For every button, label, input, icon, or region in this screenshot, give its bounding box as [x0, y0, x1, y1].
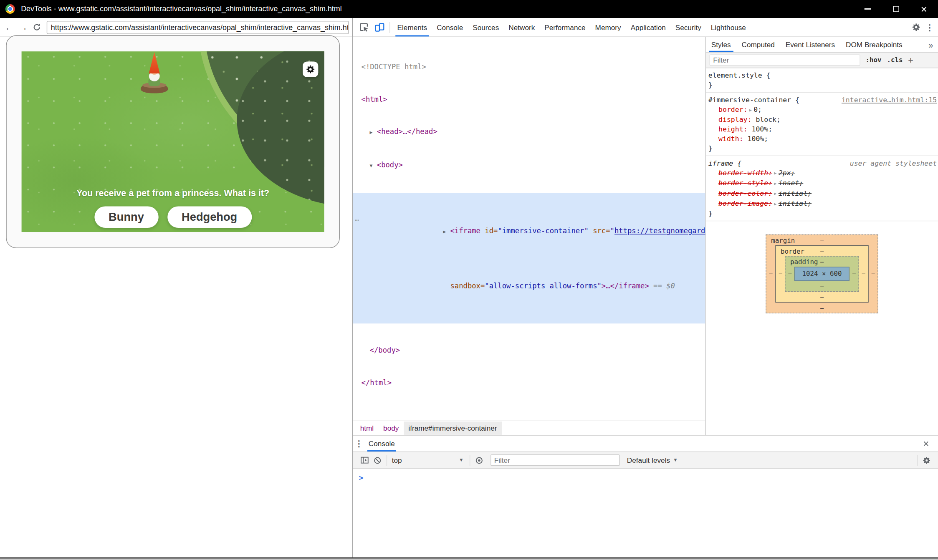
css-property-overridden[interactable]: border-style:▶inset; — [708, 178, 937, 188]
twisty-icon[interactable]: ▼ — [370, 161, 377, 172]
rule-iframe-ua[interactable]: iframe { user agent stylesheet border-wi… — [706, 156, 938, 221]
devtools-toolbar-right: ⋮ — [908, 20, 938, 35]
ua-stylesheet-label: user agent stylesheet — [845, 159, 937, 168]
dom-node-html-close[interactable]: </html> — [353, 377, 705, 388]
url-input[interactable]: https://www.gstatic.com/assistant/intera… — [47, 20, 349, 34]
dom-node-iframe-selected[interactable]: ⋯▶<iframe id="immersive-container" src="… — [353, 193, 705, 323]
css-property[interactable]: display: block; — [708, 115, 937, 124]
tab-styles[interactable]: Styles — [706, 37, 736, 52]
device-toolbar-button[interactable] — [372, 20, 387, 35]
chevron-down-icon: ▼ — [673, 457, 678, 463]
tab-application[interactable]: Application — [626, 18, 670, 36]
tab-sources[interactable]: Sources — [468, 18, 504, 36]
rule-element-style[interactable]: element.style { } — [706, 68, 938, 93]
cls-toggle[interactable]: .cls — [887, 56, 903, 64]
console-sidebar-button[interactable] — [358, 454, 371, 467]
game-question: You receive a pet from a princess. What … — [22, 188, 324, 198]
devtools-tabs: Elements Console Sources Network Perform… — [392, 18, 751, 36]
console-output[interactable]: > — [353, 469, 938, 557]
console-settings-button[interactable] — [920, 454, 933, 467]
dom-node-body-open[interactable]: ▼<body> — [353, 160, 705, 172]
expand-icon[interactable]: ▶ — [772, 181, 779, 186]
log-levels-selector[interactable]: Default levels ▼ — [627, 456, 678, 464]
css-property-overridden[interactable]: border-image:▶initial; — [708, 199, 937, 209]
tab-console[interactable]: Console — [432, 18, 468, 36]
devtools-menu-button[interactable]: ⋮ — [924, 23, 936, 32]
crumb-body[interactable]: body — [379, 421, 404, 435]
clear-console-button[interactable] — [371, 454, 384, 467]
tab-elements[interactable]: Elements — [392, 18, 432, 36]
forward-button[interactable]: → — [16, 23, 30, 31]
rule-source-link[interactable]: interactive…him.html:15 — [837, 95, 937, 105]
devtools-settings-button[interactable] — [908, 20, 923, 35]
minimize-button[interactable] — [854, 0, 882, 18]
css-property[interactable]: width: 100%; — [708, 134, 937, 144]
styles-filter-bar: :hov .cls + — [706, 53, 938, 68]
css-property-overridden[interactable]: border-color:▶initial; — [708, 188, 937, 198]
page-viewport: You receive a pet from a princess. What … — [0, 37, 352, 557]
game-settings-button[interactable] — [303, 62, 318, 77]
more-tabs-icon[interactable]: » — [928, 40, 938, 49]
tab-dom-breakpoints[interactable]: DOM Breakpoints — [840, 37, 908, 52]
tab-lighthouse[interactable]: Lighthouse — [706, 18, 751, 36]
eye-icon — [475, 456, 483, 464]
dom-node-html-open[interactable]: <html> — [353, 94, 705, 105]
tab-event-listeners[interactable]: Event Listeners — [780, 37, 840, 52]
expand-icon[interactable]: ▶ — [772, 192, 779, 196]
box-model-padding: padding− − 1024 × 600 − − — [785, 256, 859, 292]
console-toolbar-right — [915, 454, 933, 467]
devtools-window: DevTools - www.gstatic.com/assistant/int… — [0, 0, 938, 560]
dom-node-body-close[interactable]: </body> — [353, 345, 705, 356]
styles-filter-input[interactable] — [710, 54, 860, 66]
dom-node-head[interactable]: ▶<head>…</head> — [353, 126, 705, 138]
new-style-rule-button[interactable]: + — [908, 55, 913, 65]
tab-performance[interactable]: Performance — [540, 18, 590, 36]
toolbar-divider — [387, 455, 387, 466]
bunny-button[interactable]: Bunny — [94, 206, 158, 228]
console-tab[interactable]: Console — [367, 436, 396, 452]
box-model: margin− − border− − — [706, 221, 938, 326]
css-property-overridden[interactable]: border-width:▶2px; — [708, 168, 937, 178]
expand-icon[interactable]: ▶ — [772, 202, 779, 206]
crumb-iframe[interactable]: iframe#immersive-container — [404, 421, 502, 435]
back-button[interactable]: ← — [3, 23, 16, 31]
garden-gnome — [140, 51, 169, 93]
rule-immersive-container[interactable]: #immersive-container { interactive…him.h… — [706, 93, 938, 156]
twisty-icon[interactable]: ▶ — [370, 127, 377, 138]
console-toolbar: top ▼ Default levels ▼ — [353, 452, 938, 469]
tab-network[interactable]: Network — [504, 18, 540, 36]
gnome-hat — [148, 52, 161, 74]
iframe-line-1[interactable]: ⋯▶<iframe id="immersive-container" src="… — [353, 214, 705, 248]
close-drawer-button[interactable] — [919, 436, 933, 452]
close-button[interactable] — [910, 0, 938, 18]
tab-computed[interactable]: Computed — [736, 37, 780, 52]
hedgehog-button[interactable]: Hedgehog — [167, 206, 252, 228]
css-property[interactable]: border:▶0; — [708, 105, 937, 115]
maximize-icon — [893, 6, 899, 12]
reload-button[interactable] — [30, 23, 44, 31]
expand-icon[interactable]: ▶ — [772, 171, 779, 176]
iframe-line-2[interactable]: sandbox="allow-scripts allow-forms">…</i… — [353, 270, 705, 302]
inspect-element-button[interactable] — [356, 20, 372, 35]
game-canvas: You receive a pet from a princess. What … — [22, 51, 324, 232]
gear-icon — [911, 23, 920, 31]
crumb-html[interactable]: html — [355, 421, 378, 435]
iframe-src-link[interactable]: https://testgnomegarden.firebaseapp.com — [614, 227, 705, 235]
live-expression-button[interactable] — [473, 454, 486, 467]
expand-icon[interactable]: ▶ — [748, 108, 754, 112]
dom-node-doctype[interactable]: <!DOCTYPE html> — [353, 62, 705, 73]
context-selector[interactable]: top ▼ — [389, 456, 467, 464]
twisty-icon[interactable]: ▶ — [443, 227, 450, 237]
console-filter-input[interactable] — [490, 454, 620, 466]
hov-toggle[interactable]: :hov — [866, 56, 882, 64]
maximize-button[interactable] — [882, 0, 910, 18]
window-title: DevTools - www.gstatic.com/assistant/int… — [21, 5, 342, 13]
chevron-down-icon: ▼ — [459, 457, 467, 463]
box-model-content: 1024 × 600 — [794, 267, 850, 281]
selected-node-marker: == $0 — [649, 282, 675, 290]
drawer-menu-button[interactable]: ⋮ — [353, 439, 365, 449]
tab-memory[interactable]: Memory — [590, 18, 626, 36]
css-property[interactable]: height: 100%; — [708, 124, 937, 134]
tab-security[interactable]: Security — [670, 18, 706, 36]
console-prompt[interactable]: > — [359, 473, 364, 482]
